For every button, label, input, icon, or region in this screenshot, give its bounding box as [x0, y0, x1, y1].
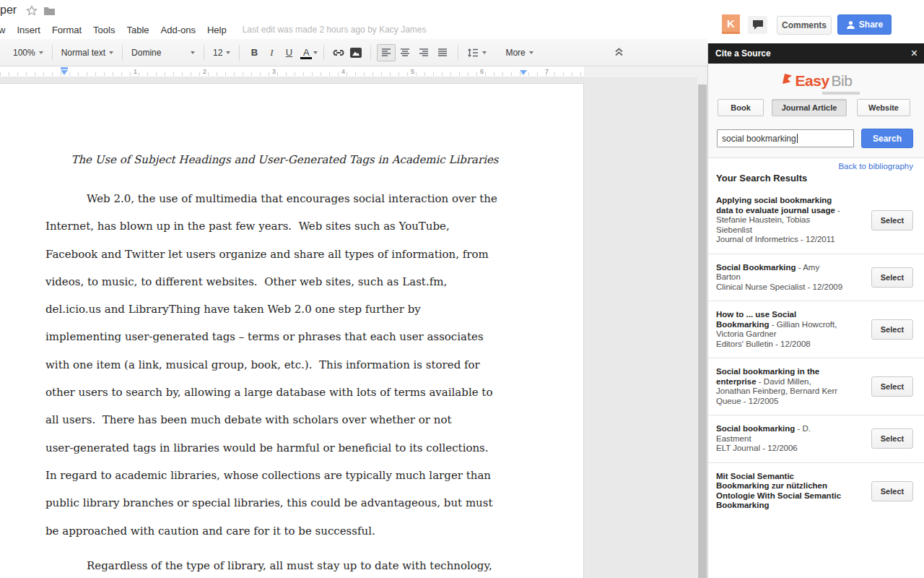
search-input[interactable]: social bookmarking	[717, 129, 854, 147]
line-spacing-icon	[467, 48, 479, 58]
align-right-button[interactable]	[414, 44, 433, 61]
comments-button[interactable]: Comments	[777, 16, 832, 35]
more-button[interactable]: More	[502, 48, 536, 58]
back-to-bibliography-link[interactable]: Back to bibliography	[838, 162, 913, 171]
select-button[interactable]: Select	[871, 267, 913, 288]
doc-line: implementing user-generated tags – terms…	[45, 323, 580, 350]
scrollbar-thumb[interactable]	[698, 85, 707, 578]
align-justify-button[interactable]	[433, 44, 452, 61]
result-item: Social Bookmarking - Amy Barton Clinical…	[708, 254, 924, 302]
chevron-down-icon	[39, 51, 43, 54]
select-button[interactable]: Select	[871, 376, 913, 397]
result-item: Mit Social Semantic Bookmarking zur nütz…	[708, 463, 924, 519]
ruler-number: 5	[411, 68, 414, 75]
folder-icon[interactable]	[43, 5, 56, 16]
document-heading: The Use of Subject Headings and User-Gen…	[0, 153, 577, 166]
menubar: w Insert Format Tools Table Add-ons Help…	[0, 20, 707, 39]
result-item: How to ... use Social Bookmarking - Gill…	[708, 301, 924, 358]
document-page[interactable]: The Use of Subject Headings and User-Gen…	[0, 83, 584, 578]
bold-button[interactable]: B	[245, 44, 263, 61]
underline-button[interactable]: U	[280, 44, 297, 61]
easybib-logo: EasyBib	[708, 72, 924, 98]
style-value: Normal text	[61, 48, 105, 58]
insert-image-icon[interactable]	[347, 44, 365, 61]
doc-line: with one item (a link, musical group, bo…	[45, 351, 580, 379]
separator	[52, 45, 53, 61]
document-title[interactable]: per	[0, 4, 17, 17]
last-edit-status[interactable]: Last edit was made 2 hours ago by Kacy J…	[243, 25, 427, 35]
chevron-down-icon	[482, 51, 487, 54]
doc-line: Web 2.0, the use of multimedia that enco…	[45, 185, 580, 212]
chat-icon[interactable]	[748, 16, 767, 34]
sidebar-header: Cite a Source ×	[708, 43, 924, 64]
result-source: Journal of Informetrics - 12/2011	[716, 235, 845, 245]
align-left-button[interactable]	[377, 44, 396, 61]
result-source: Queue - 12/2005	[716, 397, 845, 407]
result-source: ELT Journal - 12/2006	[716, 444, 845, 454]
menu-item-view-partial[interactable]: w	[0, 22, 11, 38]
chevron-down-icon	[529, 51, 533, 54]
separator	[122, 45, 123, 61]
select-button[interactable]: Select	[871, 481, 913, 501]
result-text: How to ... use Social Bookmarking - Gill…	[716, 310, 845, 349]
menu-item-insert[interactable]: Insert	[11, 22, 46, 38]
ruler: 1 2 3 4 5 6 7	[0, 66, 707, 77]
separator	[323, 45, 324, 61]
chevron-down-icon	[109, 51, 113, 54]
text-color-button[interactable]: A	[297, 44, 315, 61]
font-value: Domine	[131, 48, 161, 58]
first-line-indent-marker[interactable]	[61, 67, 68, 69]
tab-book[interactable]: Book	[718, 99, 764, 116]
select-button[interactable]: Select	[871, 428, 913, 449]
collapse-toolbar-button[interactable]	[610, 43, 627, 61]
ruler-number: 1	[134, 68, 137, 75]
menu-item-format[interactable]: Format	[46, 22, 87, 38]
chevron-down-icon	[191, 51, 195, 54]
select-button[interactable]: Select	[871, 210, 913, 230]
font-size-select[interactable]: 12	[210, 48, 233, 58]
star-icon[interactable]	[26, 5, 38, 17]
doc-line: In regard to academic libraries, whose c…	[45, 462, 580, 489]
result-title: Mit Social Semantic Bookmarking zur nütz…	[716, 472, 841, 510]
right-indent-marker[interactable]	[520, 70, 527, 75]
left-indent-marker[interactable]	[61, 70, 68, 75]
doc-line: other users to search by, allowing a lar…	[45, 379, 580, 406]
close-icon[interactable]: ×	[911, 48, 918, 59]
zoom-select[interactable]: 100%	[10, 48, 46, 58]
menu-item-table[interactable]: Table	[121, 22, 154, 38]
doc-line: be approached with caution and care for …	[45, 517, 580, 545]
source-type-tabs: Book Journal Article Website	[708, 99, 924, 116]
avatar[interactable]: K	[722, 14, 740, 34]
logo-tagline	[822, 92, 860, 95]
tab-website[interactable]: Website	[857, 99, 910, 116]
align-center-button[interactable]	[396, 44, 414, 61]
result-text: Applying social bookmarking data to eval…	[716, 196, 845, 245]
share-button[interactable]: Share	[837, 14, 892, 35]
paragraph-style-select[interactable]: Normal text	[58, 48, 116, 58]
insert-link-icon[interactable]	[330, 44, 347, 61]
tab-journal-article[interactable]: Journal Article	[772, 99, 847, 116]
menu-item-help[interactable]: Help	[201, 22, 232, 38]
doc-line: all users. There has been much debate wi…	[45, 406, 580, 434]
ruler-number: 2	[203, 68, 206, 75]
doc-line: Facebook and Twitter let users organize …	[45, 241, 580, 268]
logo-text-easy: Easy	[796, 72, 829, 90]
result-text: Social bookmarking - D. Eastment ELT Jou…	[716, 424, 845, 454]
italic-button[interactable]: I	[263, 44, 280, 61]
separator	[370, 45, 371, 61]
results-panel: Back to bibliography Your Search Results…	[708, 158, 924, 578]
menu-item-tools[interactable]: Tools	[87, 22, 121, 38]
search-button[interactable]: Search	[861, 129, 913, 148]
search-row: social bookmarking Search	[708, 129, 924, 148]
separator	[204, 45, 204, 61]
menu-item-addons[interactable]: Add-ons	[155, 22, 201, 38]
line-spacing-button[interactable]	[464, 48, 489, 58]
doc-line: public library branches or special libra…	[45, 489, 580, 517]
result-title: Social Bookmarking	[716, 263, 796, 272]
sidebar-title: Cite a Source	[715, 48, 771, 59]
font-select[interactable]: Domine	[128, 48, 198, 58]
select-button[interactable]: Select	[871, 319, 913, 340]
ruler-number: 6	[480, 68, 484, 75]
toolbar: 100% Normal text Domine 12 B I U A	[0, 39, 707, 66]
scrollbar-track[interactable]	[697, 77, 707, 578]
